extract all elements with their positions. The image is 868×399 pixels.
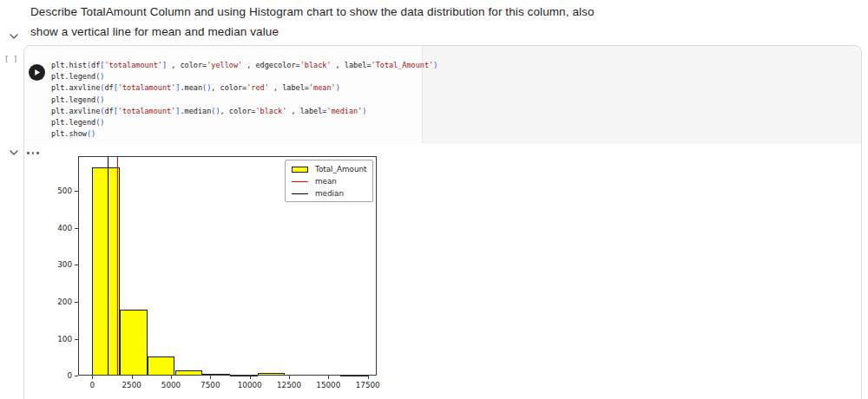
code-line: plt.legend() [51, 95, 437, 106]
notebook-page: Describe TotalAmount Column and using Hi… [0, 0, 868, 399]
execution-count-indicator: [ ] [4, 55, 17, 63]
run-cell-button[interactable] [29, 64, 45, 81]
code-line: plt.legend() [51, 71, 437, 82]
play-icon [33, 69, 41, 76]
code-line: plt.legend() [51, 117, 437, 128]
output-collapse-chevron-icon[interactable] [9, 149, 21, 158]
code-line: plt.show() [51, 128, 437, 140]
code-line: plt.axvline(df['totalamount'].median(), … [51, 106, 437, 117]
markdown-text-line1: Describe TotalAmount Column and using Hi… [30, 5, 595, 18]
markdown-text-line2: show a vertical line for mean and median… [30, 25, 279, 38]
code-lines[interactable]: plt.hist(df['totalamount'] , color='yell… [51, 60, 437, 140]
output-options-icon[interactable] [27, 152, 39, 154]
code-line: plt.hist(df['totalamount'] , color='yell… [51, 60, 437, 71]
collapse-chevron-icon[interactable] [9, 33, 21, 42]
code-line: plt.axvline(df['totalamount'].mean(), co… [51, 82, 437, 94]
code-region: plt.hist(df['totalamount'] , color='yell… [24, 46, 861, 143]
code-cell: plt.hist(df['totalamount'] , color='yell… [23, 45, 862, 399]
